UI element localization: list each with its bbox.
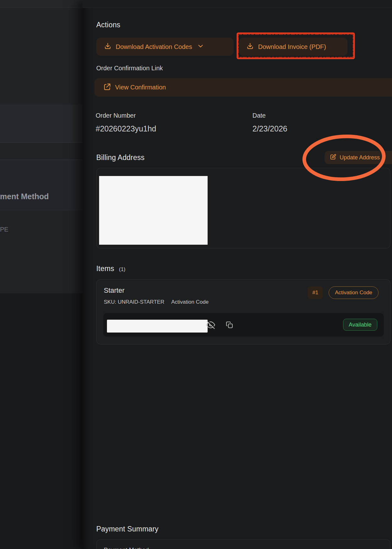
view-confirmation-button[interactable]: View Confirmation	[94, 78, 392, 97]
item-sku: SKU: UNRAID-STARTER	[104, 299, 164, 305]
download-icon	[246, 42, 254, 51]
edit-pencil-icon	[330, 153, 336, 162]
payment-method-cell: PE	[0, 226, 8, 233]
redacted-billing-address	[99, 176, 208, 245]
order-number-value: #20260223yu1hd	[96, 124, 156, 133]
background-table-row	[0, 8, 82, 104]
order-item-card: Starter SKU: UNRAID-STARTER Activation C…	[96, 279, 390, 344]
billing-address-heading: Billing Address	[96, 153, 145, 162]
item-name: Starter	[104, 286, 124, 295]
background-table-header-row: ment Method	[0, 160, 82, 210]
items-heading: Items	[96, 264, 114, 273]
download-icon	[104, 42, 112, 51]
order-number-label: Order Number	[96, 112, 136, 119]
update-address-button[interactable]: Update Address	[325, 151, 392, 164]
item-subline: SKU: UNRAID-STARTER Activation Code	[104, 299, 209, 305]
payment-summary-heading: Payment Summary	[96, 525, 159, 533]
order-confirmation-link-label: Order Confirmation Link	[96, 65, 163, 72]
background-table-row: PE	[0, 210, 82, 293]
payment-method-label: Payment Method	[104, 546, 149, 549]
update-address-label: Update Address	[340, 154, 380, 161]
payment-summary-card: Payment Method	[96, 539, 390, 549]
external-link-icon	[103, 83, 111, 92]
background-orders-table: ment Method PE	[0, 0, 82, 293]
order-details-drawer: Actions Download Activation Codes Downlo…	[82, 0, 392, 549]
eye-off-icon	[206, 326, 215, 330]
order-date-value: 2/23/2026	[252, 124, 287, 133]
download-activation-codes-button[interactable]: Download Activation Codes	[96, 38, 234, 56]
payment-method-column-header: ment Method	[0, 192, 49, 201]
download-invoice-button[interactable]: Download Invoice (PDF)	[239, 38, 347, 56]
order-date-label: Date	[252, 112, 266, 119]
activation-code-badge: Activation Code	[329, 286, 379, 299]
view-confirmation-label: View Confirmation	[115, 84, 166, 91]
code-status-badge: Available	[343, 319, 377, 331]
drawer-top-edge	[82, 0, 392, 8]
redacted-activation-code	[107, 320, 208, 333]
background-table-row-highlighted	[0, 104, 82, 143]
billing-address-card	[96, 168, 390, 248]
chevron-down-icon	[197, 43, 204, 51]
actions-heading: Actions	[96, 21, 120, 29]
item-fulfillment-type: Activation Code	[171, 299, 209, 305]
copy-code-button[interactable]	[225, 321, 233, 329]
item-index-badge: #1	[308, 286, 323, 299]
items-count: (1)	[119, 266, 125, 273]
toggle-code-visibility-button[interactable]	[206, 320, 215, 329]
order-details-screen: ment Method PE Actions Download Activati…	[0, 0, 392, 549]
background-table-topbar	[0, 0, 82, 8]
copy-icon	[225, 325, 233, 330]
activation-code-panel: Available	[103, 313, 384, 337]
download-activation-codes-label: Download Activation Codes	[116, 43, 192, 51]
background-table-row	[0, 143, 82, 160]
download-invoice-label: Download Invoice (PDF)	[258, 43, 326, 51]
